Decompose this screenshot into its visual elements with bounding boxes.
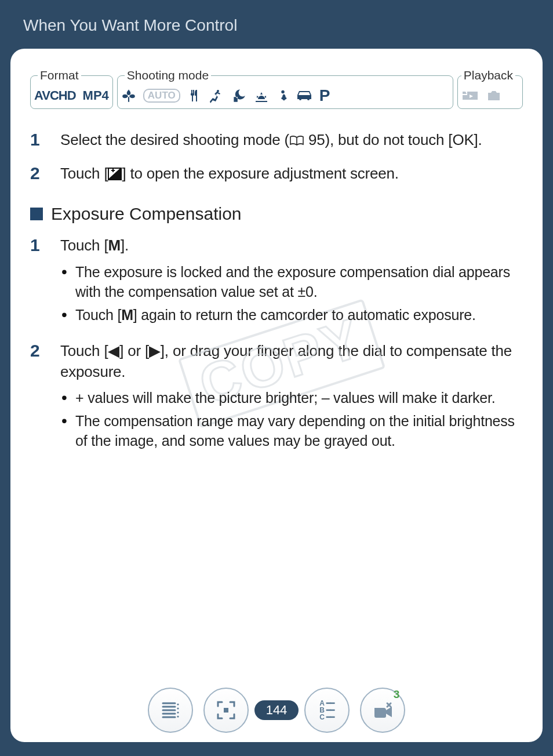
expand-icon (215, 699, 237, 721)
step-text: Touch [] to open the exposure adjustment… (60, 163, 399, 184)
format-group: Format AVCHD MP4 (30, 68, 113, 109)
night-icon[interactable] (231, 88, 246, 103)
shooting-mode-group: Shooting mode AUTO (117, 68, 453, 109)
step-number: 1 (30, 235, 60, 328)
format-avchd-icon[interactable]: AVCHD (34, 88, 76, 103)
bullet-item: The exposure is locked and the exposure … (60, 262, 523, 301)
chapter-button[interactable]: 3 (360, 688, 405, 733)
step-row: 2 Touch [] to open the exposure adjustme… (30, 163, 523, 184)
photo-playback-icon[interactable] (486, 89, 502, 102)
car-icon[interactable] (296, 89, 312, 102)
intro-steps: 1 Select the desired shooting mode ( 95)… (30, 130, 523, 184)
step-text: Touch [M]. The exposure is locked and th… (60, 235, 523, 328)
playback-group: Playback (457, 68, 523, 109)
svg-rect-10 (224, 708, 228, 713)
food-icon[interactable] (187, 88, 201, 103)
format-mp4-icon[interactable]: MP4 (83, 88, 109, 103)
sports-icon[interactable] (208, 88, 224, 103)
step-number: 1 (30, 130, 60, 151)
page-header: When You Want More Control (0, 0, 553, 49)
bottom-nav: 144 A ━━ B ━━ C ━━ 3 (10, 678, 543, 742)
video-playback-icon[interactable] (461, 89, 479, 102)
step-number: 2 (30, 341, 60, 455)
sunset-icon[interactable] (253, 89, 270, 103)
bullet-item: The compensation range may vary dependin… (60, 411, 523, 450)
book-ref-icon (289, 135, 304, 147)
page-body: COPY Format AVCHD MP4 Shooting mode AUTO (10, 49, 543, 742)
chapter-badge: 3 (394, 688, 400, 701)
header-title: When You Want More Control (23, 16, 237, 34)
index-icon: A ━━ B ━━ C ━━ (319, 700, 334, 721)
camcorder-icon (371, 700, 394, 721)
svg-point-9 (177, 715, 179, 717)
mode-bar: Format AVCHD MP4 Shooting mode AUTO (30, 68, 523, 109)
step-row: 2 Touch [◀] or [▶], or drag your finger … (30, 341, 523, 455)
exposure-steps: 1 Touch [M]. The exposure is locked and … (30, 235, 523, 455)
fullscreen-button[interactable] (203, 688, 249, 733)
section-bullet-icon (30, 208, 43, 220)
exposure-icon (108, 168, 122, 180)
bullet-item: + values will make the picture brighter;… (60, 388, 523, 408)
svg-point-8 (177, 711, 179, 713)
index-button[interactable]: A ━━ B ━━ C ━━ (304, 688, 350, 733)
program-mode-icon[interactable]: P (319, 86, 330, 105)
section-heading: Exposure Compensation (30, 204, 523, 224)
section-title: Exposure Compensation (51, 204, 242, 224)
step-text: Touch [◀] or [▶], or drag your finger al… (60, 341, 523, 455)
step-row: 1 Touch [M]. The exposure is locked and … (30, 235, 523, 328)
shooting-mode-legend: Shooting mode (125, 68, 211, 82)
step-text: Select the desired shooting mode ( 95), … (60, 130, 482, 151)
macro-icon[interactable] (121, 88, 136, 103)
snow-icon[interactable] (276, 88, 289, 103)
svg-point-6 (177, 703, 179, 705)
auto-icon[interactable]: AUTO (143, 89, 180, 103)
bullet-item: Touch [M] again to return the camcorder … (60, 305, 523, 325)
format-legend: Format (38, 68, 81, 82)
step-row: 1 Select the desired shooting mode ( 95)… (30, 130, 523, 151)
playback-legend: Playback (461, 68, 515, 82)
step-number: 2 (30, 163, 60, 184)
toc-button[interactable] (148, 688, 193, 733)
svg-point-7 (177, 707, 179, 709)
page-number-pill: 144 (254, 700, 299, 720)
toc-icon (160, 700, 181, 720)
